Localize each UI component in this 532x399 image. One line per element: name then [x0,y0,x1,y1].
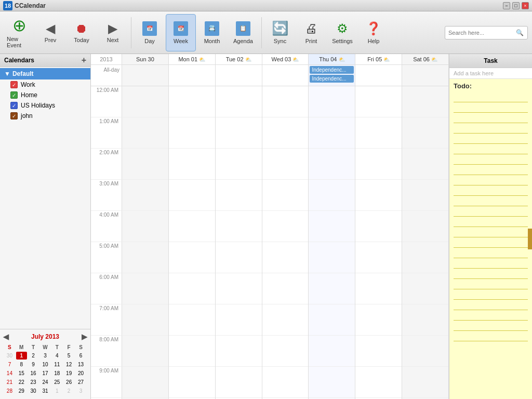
hour-cell[interactable] [169,149,215,180]
hour-cell[interactable] [169,304,215,336]
task-scroll-tab[interactable] [528,229,532,249]
mini-cal-day[interactable]: 19 [63,369,74,377]
hour-cell[interactable] [216,336,262,367]
hour-cell[interactable] [122,117,168,149]
hour-cell[interactable] [262,211,309,242]
hour-cell[interactable] [216,304,262,336]
mini-cal-day[interactable]: 7 [4,361,15,368]
hour-cell[interactable] [309,304,355,336]
mini-cal-day[interactable]: 20 [75,369,86,377]
mini-cal-day[interactable]: 27 [75,378,86,386]
mini-cal-day[interactable]: 24 [40,378,51,386]
month-button[interactable]: 📇 Month [197,14,227,51]
hour-cell[interactable] [169,86,215,117]
hour-cell[interactable] [309,242,355,273]
mini-cal-day[interactable]: 1 [51,387,62,395]
hour-cell[interactable] [216,180,262,211]
hour-cell[interactable] [402,180,448,211]
hour-cell[interactable] [216,242,262,273]
mini-prev-button[interactable]: ◀ [3,332,9,341]
hour-cell[interactable] [216,117,262,149]
event-independence-2[interactable]: Independenc... [310,75,354,83]
mini-cal-day[interactable]: 6 [75,352,86,360]
hour-cell[interactable] [355,86,402,117]
hour-cell[interactable] [262,273,309,304]
hour-cell[interactable] [262,367,309,398]
hour-cell[interactable] [169,211,215,242]
hour-cell[interactable] [169,242,215,273]
mini-next-button[interactable]: ▶ [82,332,87,341]
hour-cell[interactable] [402,242,448,273]
mini-cal-day[interactable]: 3 [75,387,86,395]
hour-cell[interactable] [309,367,355,398]
mini-cal-day[interactable]: 28 [4,387,15,395]
mini-cal-day[interactable]: 16 [28,369,39,377]
week-button[interactable]: 📆 Week [166,14,196,51]
hour-cell[interactable] [216,86,262,117]
hour-cell[interactable] [262,242,309,273]
mini-cal-day[interactable]: 17 [40,369,51,377]
hour-cell[interactable] [355,273,402,304]
settings-button[interactable]: ⚙ Settings [327,14,357,51]
hour-cell[interactable] [262,117,309,149]
hour-cell[interactable] [122,367,168,398]
mini-cal-day[interactable]: 29 [16,387,27,395]
hour-cell[interactable] [402,336,448,367]
hour-cell[interactable] [262,86,309,117]
hour-cell[interactable] [402,367,448,398]
print-button[interactable]: 🖨 Print [296,14,326,51]
hour-cell[interactable] [122,211,168,242]
hour-cell[interactable] [122,273,168,304]
hour-cell[interactable] [355,336,402,367]
hour-cell[interactable] [169,367,215,398]
mini-cal-day[interactable]: 4 [51,352,62,360]
mini-cal-day[interactable]: 18 [51,369,62,377]
day-button[interactable]: 📅 Day [135,14,165,51]
hour-cell[interactable] [309,86,355,117]
time-grid-container[interactable]: 12:00 AM1:00 AM2:00 AM3:00 AM4:00 AM5:00… [91,86,449,399]
hour-cell[interactable] [122,242,168,273]
hour-cell[interactable] [309,117,355,149]
mini-cal-day[interactable]: 5 [63,352,74,360]
hour-cell[interactable] [262,304,309,336]
john-checkbox[interactable]: ✓ [10,112,18,119]
hour-cell[interactable] [402,304,448,336]
hour-cell[interactable] [122,149,168,180]
mini-cal-day[interactable]: 9 [28,361,39,368]
hour-cell[interactable] [402,149,448,180]
mini-cal-day[interactable]: 30 [28,387,39,395]
close-button[interactable]: × [522,2,529,9]
hour-cell[interactable] [355,149,402,180]
mini-cal-day[interactable]: 2 [28,352,39,360]
hour-cell[interactable] [309,180,355,211]
next-button[interactable]: ▶ Next [98,14,128,51]
task-input[interactable]: Add a task here [449,68,532,79]
hour-cell[interactable] [262,180,309,211]
hour-cell[interactable] [309,273,355,304]
mini-cal-day[interactable]: 10 [40,361,51,368]
hour-cell[interactable] [216,367,262,398]
mini-cal-day[interactable]: 31 [40,387,51,395]
mini-cal-day[interactable]: 13 [75,361,86,368]
work-checkbox[interactable]: ✓ [10,81,18,88]
prev-button[interactable]: ◀ Prev [35,14,65,51]
hour-cell[interactable] [355,242,402,273]
hour-cell[interactable] [169,273,215,304]
hour-cell[interactable] [216,273,262,304]
mini-cal-day[interactable]: 1 [16,352,27,360]
default-group-header[interactable]: ▼ Default [0,68,90,79]
hour-cell[interactable] [122,336,168,367]
mini-cal-day[interactable]: 14 [4,369,15,377]
us-holidays-checkbox[interactable]: ✓ [10,102,18,109]
mini-cal-day[interactable]: 12 [63,361,74,368]
today-button[interactable]: ⏺ Today [66,14,97,51]
new-event-button[interactable]: ⊕ New Event [4,14,34,51]
hour-cell[interactable] [262,336,309,367]
hour-cell[interactable] [402,117,448,149]
minimize-button[interactable]: − [503,2,510,9]
hour-cell[interactable] [309,149,355,180]
hour-cell[interactable] [402,273,448,304]
hour-cell[interactable] [169,117,215,149]
hour-cell[interactable] [355,180,402,211]
hour-cell[interactable] [169,336,215,367]
